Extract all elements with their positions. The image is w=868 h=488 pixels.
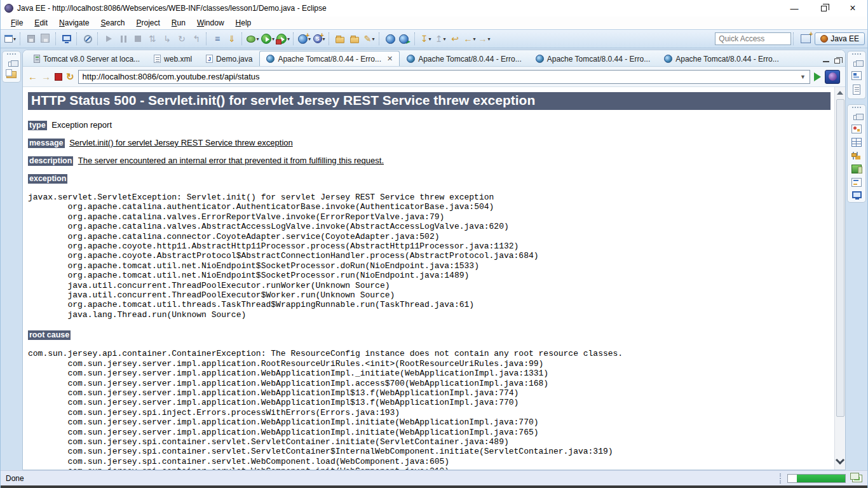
web-browser-button[interactable] [383,31,397,46]
step-over-button[interactable] [175,31,189,46]
menu-project[interactable]: Project [131,17,165,29]
scroll-down-button[interactable] [836,456,844,464]
debug-button[interactable]: ▾ [246,31,260,46]
menu-help[interactable]: Help [231,17,257,29]
browser-stop-button[interactable] [55,73,62,81]
task-list-view-icon[interactable] [853,85,860,95]
toolbar-separator [293,32,295,45]
previous-annotation-button[interactable]: ▾ [433,31,447,46]
step-into-button[interactable] [160,31,174,46]
markers-view-icon[interactable] [851,125,862,133]
tab-apache-tomcat-error-3[interactable]: Apache Tomcat/8.0.44 - Erro... [529,51,658,66]
menu-edit[interactable]: Edit [29,17,53,29]
left-view-bar [2,50,21,470]
xml-file-icon [154,55,161,63]
restore-button[interactable] [809,0,838,17]
vertical-scrollbar[interactable] [834,87,845,470]
menu-run[interactable]: Run [166,17,191,29]
forward-icon [478,34,487,43]
tab-web-xml[interactable]: web.xml [147,51,199,66]
run-on-server-button[interactable] [398,31,412,46]
snippets-view-icon[interactable] [851,178,862,187]
menu-file[interactable]: File [6,17,28,29]
terminate-button[interactable] [131,31,145,46]
outline-view-icon[interactable] [851,71,862,80]
drop-to-frame-button[interactable] [225,31,239,46]
tab-apache-tomcat-error-active[interactable]: Apache Tomcat/8.0.44 - Erro... ✕ [259,51,400,66]
properties-view-icon[interactable] [851,138,862,147]
browser-refresh-button[interactable] [66,72,74,81]
open-console-button[interactable] [60,31,74,46]
toolbar-separator [793,32,795,45]
maximize-editor-icon[interactable] [834,58,840,64]
mark-occurrences-button[interactable] [210,31,224,46]
servers-view-icon[interactable] [851,151,862,160]
save-button[interactable] [24,31,38,46]
minimize-editor-icon[interactable] [823,60,829,62]
console-view-icon[interactable] [852,191,862,198]
tab-apache-tomcat-error-4[interactable]: Apache Tomcat/8.0.44 - Erro... [657,51,786,66]
menu-window[interactable]: Window [192,17,229,29]
drag-grip[interactable] [852,53,861,55]
perspective-label: Java EE [831,34,859,43]
minimize-button[interactable]: — [780,0,809,17]
run-button[interactable]: ▾ [261,31,275,46]
skip-breakpoints-icon [84,35,92,43]
new-web-service-client-button[interactable]: S+▾ [312,31,326,46]
open-perspective-icon[interactable] [801,34,811,43]
close-icon[interactable]: ✕ [387,55,393,63]
exception-line: exception [28,173,834,184]
save-all-button[interactable] [39,31,53,46]
resume-button[interactable] [102,31,116,46]
coverage-button[interactable]: ▾ [276,31,290,46]
browser-url-input[interactable] [83,72,801,81]
tab-apache-tomcat-error-2[interactable]: Apache Tomcat/8.0.44 - Erro... [400,51,529,66]
paint-button[interactable]: ▾ [362,31,376,46]
disconnect-icon [149,34,156,43]
forward-button[interactable]: ▾ [477,31,491,46]
tab-tomcat-server[interactable]: Tomcat v8.0 Server at loca... [27,51,147,66]
menu-navigate[interactable]: Navigate [54,17,94,29]
next-annotation-button[interactable]: ▾ [419,31,433,46]
url-dropdown-icon[interactable]: ▼ [800,74,806,80]
browser-go-button[interactable] [814,72,821,81]
skip-all-breakpoints-button[interactable] [81,31,95,46]
step-return-button[interactable] [189,31,203,46]
scrollbar-thumb[interactable] [836,99,844,417]
new-web-service-button[interactable]: +▾ [297,31,311,46]
last-edit-location-button[interactable] [448,31,462,46]
perspective-java-ee-button[interactable]: Java EE [815,32,865,45]
export-folder-button[interactable] [348,31,362,46]
step-over-icon [178,34,186,43]
scroll-up-button[interactable] [835,87,846,98]
back-button[interactable]: ▾ [463,31,477,46]
browser-back-button[interactable] [28,72,37,81]
drag-grip[interactable] [852,107,861,109]
open-external-browser-button[interactable] [825,70,840,84]
restore-view-icon[interactable] [8,62,15,67]
restore-view-icon[interactable] [853,115,860,120]
new-wizard-button[interactable]: ▾ [3,31,17,46]
project-explorer-icon[interactable] [6,71,17,78]
tab-label: Apache Tomcat/8.0.44 - Erro... [675,55,779,64]
drag-grip[interactable] [7,53,16,55]
disconnect-button[interactable] [146,31,159,46]
tab-label: Apache Tomcat/8.0.44 - Erro... [278,55,381,64]
close-button[interactable]: × [838,0,867,17]
paint-icon [364,34,372,43]
tab-demo-java[interactable]: J Demo.java [199,51,259,66]
data-source-explorer-view-icon[interactable] [851,165,862,173]
step-return-icon [193,34,200,43]
open-folder-button[interactable] [333,31,347,46]
status-bar: Done [1,470,867,485]
background-jobs-icon[interactable] [852,475,862,482]
browser-forward-button[interactable] [41,72,51,81]
suspend-button[interactable] [116,31,130,46]
description-line: description The server encountered an in… [28,156,834,166]
menu-search[interactable]: Search [95,17,130,29]
quick-access-input[interactable] [715,32,791,45]
progress-bar [787,474,846,483]
editor-tab-bar: Tomcat v8.0 Server at loca... web.xml J … [23,50,845,67]
restore-view-icon[interactable] [853,62,860,67]
save-all-icon [42,35,50,43]
